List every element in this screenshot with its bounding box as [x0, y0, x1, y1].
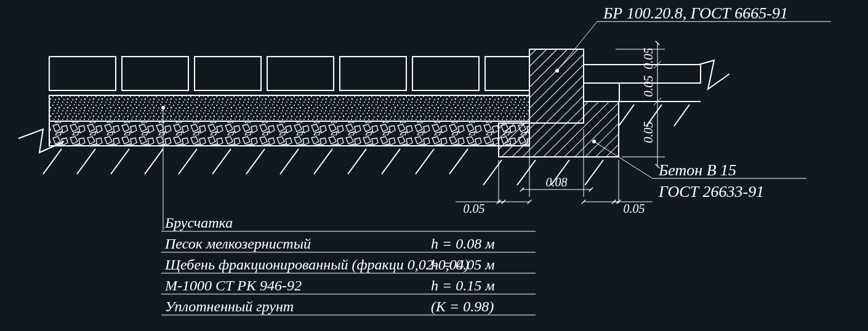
svg-line-27 — [348, 149, 366, 174]
dim-horiz-right: 0.05 — [624, 202, 645, 215]
dim-horiz-mid: 0.08 — [546, 175, 568, 189]
concrete-callout-text-2: ГОСТ 26633-91 — [658, 183, 764, 201]
svg-line-24 — [246, 149, 265, 174]
legend-row-3-value: h = 0.15 м — [431, 277, 495, 293]
legend-row-4-material: Уплотненный грунт — [165, 298, 294, 314]
paving-layer — [49, 57, 529, 90]
svg-rect-15 — [412, 57, 479, 90]
dim-bot-vert: 0.05 — [641, 122, 655, 143]
legend-row-2-material: Щебень фракционированный (фракци 0,02-0,… — [164, 257, 469, 273]
svg-rect-13 — [267, 57, 334, 90]
legend-row-3-material: М-1000 СТ РК 946-92 — [164, 277, 302, 293]
dim-horiz-left: 0.05 — [464, 202, 485, 215]
cad-drawing: БР 100.20.8, ГОСТ 6665-91 Бетон В 15 ГОС… — [0, 0, 868, 331]
right-strip-bot — [584, 83, 619, 102]
legend-row-4-value: (K = 0.98) — [431, 298, 494, 314]
svg-line-30 — [449, 149, 468, 174]
crushed-stone-layer — [49, 121, 529, 146]
svg-line-35 — [619, 105, 634, 126]
svg-line-22 — [179, 149, 197, 174]
legend-row-2-value: h = 0.05 м — [431, 257, 495, 273]
dim-mid-vert: 0.05 — [641, 76, 655, 97]
kerb-callout-text: БР 100.20.8, ГОСТ 6665-91 — [603, 4, 788, 22]
svg-line-18 — [43, 149, 62, 174]
dim-top-vert: 0.05 — [641, 48, 655, 70]
sand-layer — [49, 95, 529, 121]
svg-rect-11 — [122, 57, 188, 90]
svg-rect-16 — [485, 57, 529, 90]
svg-rect-14 — [340, 57, 406, 90]
vertical-dim-chain: 0.05 0.05 0.05 — [616, 43, 665, 166]
svg-line-32 — [517, 160, 536, 185]
concrete-leader: Бетон В 15 ГОСТ 26633-91 — [592, 140, 806, 201]
legend-table: Брусчатка Песок мелкозернистый h = 0.08 … — [161, 215, 536, 315]
svg-rect-12 — [195, 57, 261, 90]
legend-row-0-material: Брусчатка — [164, 215, 233, 231]
svg-line-26 — [314, 149, 332, 174]
svg-line-23 — [212, 149, 231, 174]
concrete-callout-text-1: Бетон В 15 — [658, 161, 736, 179]
svg-line-25 — [280, 149, 299, 174]
legend-row-1-material: Песок мелкозернистый — [164, 236, 311, 252]
legend-row-1-value: h = 0.08 м — [431, 236, 495, 252]
svg-line-19 — [77, 149, 95, 174]
svg-line-34 — [585, 160, 603, 185]
kerb-leader: БР 100.20.8, ГОСТ 6665-91 — [555, 4, 831, 73]
right-break-line — [699, 60, 729, 89]
svg-line-37 — [674, 105, 689, 126]
svg-line-20 — [111, 149, 129, 174]
svg-rect-10 — [49, 57, 116, 90]
kerb-block — [529, 49, 584, 123]
svg-line-29 — [416, 149, 434, 174]
svg-line-21 — [145, 149, 163, 174]
svg-line-28 — [382, 149, 400, 174]
